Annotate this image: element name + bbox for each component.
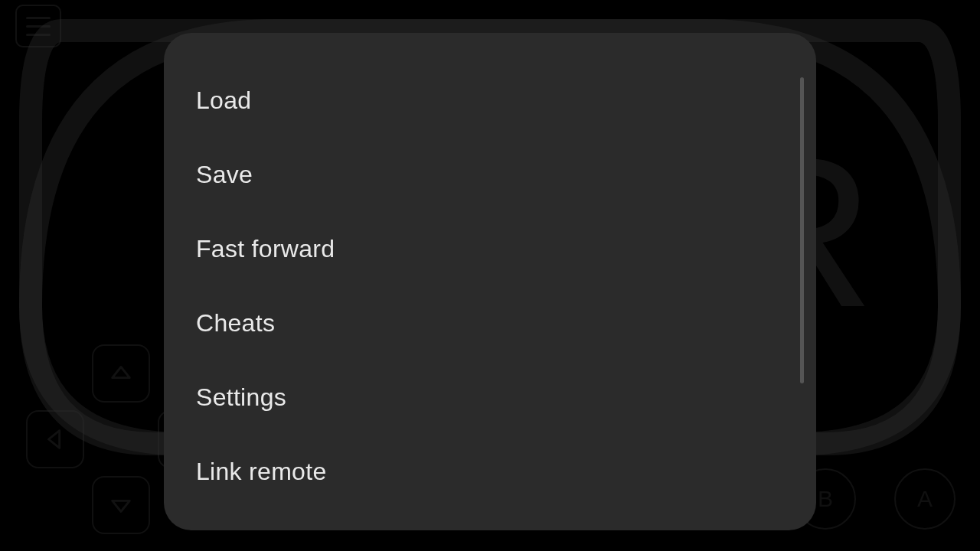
menu-item-label: Save xyxy=(196,161,253,189)
menu-item-cheats[interactable]: Cheats xyxy=(194,286,816,360)
menu-item-link-remote[interactable]: Link remote xyxy=(194,435,816,509)
dpad-left-button[interactable] xyxy=(26,410,84,468)
menu-item-load[interactable]: Load xyxy=(194,64,816,138)
menu-item-label: Load xyxy=(196,86,251,115)
menu-item-label: Settings xyxy=(196,383,286,412)
menu-item-settings[interactable]: Settings xyxy=(194,360,816,435)
menu-item-label: Link remote xyxy=(196,458,327,486)
b-button-label: B xyxy=(818,486,833,512)
menu-item-save[interactable]: Save xyxy=(194,138,816,212)
a-button[interactable]: A xyxy=(894,468,956,530)
dpad-down-button[interactable] xyxy=(92,476,150,534)
options-menu-list[interactable]: Load Save Fast forward Cheats Settings L… xyxy=(164,33,816,530)
menu-item-label: Fast forward xyxy=(196,235,335,263)
menu-item-label: Cheats xyxy=(196,309,275,337)
dpad-up-button[interactable] xyxy=(92,344,150,403)
options-menu: Load Save Fast forward Cheats Settings L… xyxy=(164,33,816,530)
menu-item-fast-forward[interactable]: Fast forward xyxy=(194,212,816,286)
r-shoulder-button[interactable]: R xyxy=(0,47,98,95)
scrollbar[interactable] xyxy=(800,77,804,383)
a-button-label: A xyxy=(917,486,933,512)
